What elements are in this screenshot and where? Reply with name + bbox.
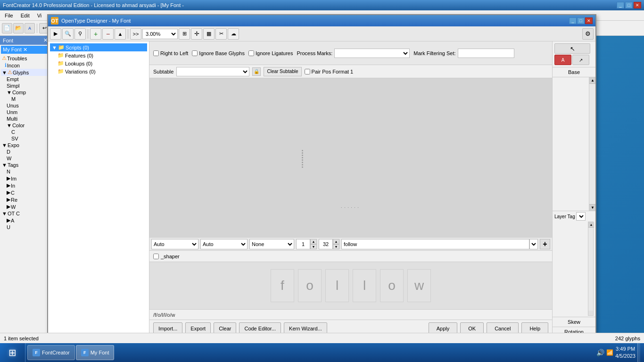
show-desktop-button[interactable] — [637, 343, 640, 362]
follow-dropdown[interactable] — [529, 239, 538, 249]
ot-add-button[interactable]: + — [90, 28, 101, 40]
right-to-left-checkbox-label[interactable]: Right to Left — [153, 50, 188, 56]
drag-handle[interactable] — [302, 150, 303, 168]
menu-edit[interactable]: Edit — [17, 12, 33, 19]
ot-search-button[interactable]: 🔍 — [62, 28, 74, 40]
none-select[interactable]: None — [249, 239, 294, 249]
tree-w[interactable]: W — [1, 155, 50, 162]
grid-button[interactable]: ⊞ — [179, 28, 190, 40]
open-button[interactable]: 📂 — [13, 23, 24, 33]
tree-n[interactable]: N — [1, 168, 50, 175]
scroll-up-button[interactable]: ▲ — [589, 77, 595, 84]
shaper-row: _shaper — [149, 251, 552, 262]
tree-c[interactable]: C — [1, 129, 50, 135]
layer-tag-select[interactable] — [576, 212, 586, 221]
tree-multi[interactable]: Multi — [1, 115, 50, 122]
subtable-select[interactable] — [176, 67, 249, 76]
pair-pos-checkbox[interactable] — [305, 69, 310, 74]
tree-re[interactable]: ▶ Re — [1, 196, 50, 203]
ot-up-button[interactable]: ▲ — [115, 28, 126, 40]
right-select-button[interactable]: ↗ — [572, 55, 589, 65]
volume-icon[interactable]: 🔊 — [596, 349, 604, 356]
close-button[interactable]: ✕ — [634, 2, 641, 8]
pair-pos-checkbox-label[interactable]: Pair Pos Format 1 — [305, 69, 354, 74]
tree-otc[interactable]: ▼ OT C — [1, 210, 50, 217]
tree-w2[interactable]: ▶ W — [1, 203, 50, 210]
scroll-down-button[interactable]: ▼ — [589, 204, 595, 211]
auto-select-2[interactable]: Auto — [200, 239, 248, 249]
num2-up-button[interactable]: ▲ — [333, 239, 339, 244]
tree-comp[interactable]: ▼ Comp — [1, 89, 50, 96]
my-font-tab[interactable]: My Font ✕ — [1, 46, 50, 54]
taskbar-item-fontcreator[interactable]: F FontCreator — [27, 345, 75, 360]
tree-m[interactable]: M — [1, 96, 50, 102]
right-red-button[interactable]: A — [554, 55, 571, 65]
add-item-button[interactable]: + — [540, 239, 550, 249]
ot-run-button[interactable]: ▶ — [50, 28, 61, 40]
tree-simpl[interactable]: Simpl — [1, 82, 50, 89]
tree-in[interactable]: ▶ In — [1, 182, 50, 189]
right-to-left-checkbox[interactable] — [153, 50, 159, 56]
tree-im[interactable]: ▶ Im — [1, 175, 50, 182]
tree-color[interactable]: ▼ Color — [1, 122, 50, 129]
auto-select-1[interactable]: Auto — [151, 239, 198, 249]
ot-maximize-button[interactable]: □ — [577, 17, 585, 24]
mark-filtering-input[interactable] — [458, 49, 514, 58]
tree-c2[interactable]: ▶ C — [1, 189, 50, 196]
tree-sv[interactable]: SV — [1, 135, 50, 142]
menu-view[interactable]: Vi — [33, 12, 46, 19]
menu-file[interactable]: File — [1, 12, 17, 19]
clock[interactable]: 3:49 PM 4/5/2023 — [615, 346, 636, 360]
settings-button[interactable]: ⚙ — [582, 28, 594, 40]
layer-scroll-up[interactable]: ▲ — [588, 222, 594, 228]
lock-button[interactable]: 🔒 — [252, 67, 261, 76]
num1-down-button[interactable]: ▼ — [310, 244, 317, 249]
scripts-item[interactable]: ▼ 📁 Scripts (0) — [50, 43, 147, 51]
process-marks-select[interactable] — [334, 49, 410, 58]
ot-remove-button[interactable]: − — [102, 28, 114, 40]
tree-empt[interactable]: Empt — [1, 76, 50, 82]
tree-glyphs[interactable]: ▼ ⚠ Glyphs — [1, 69, 50, 76]
layer-tag-section: Layer Tag ▲ ▼ — [553, 211, 595, 317]
num2-input[interactable] — [319, 239, 333, 249]
maximize-button[interactable]: □ — [625, 2, 633, 8]
taskbar-item-myfont[interactable]: F My Font — [76, 345, 115, 360]
features-item[interactable]: 📁 Features (0) — [50, 51, 147, 59]
table-button[interactable]: ▦ — [203, 28, 215, 40]
tree-unm[interactable]: Unm — [1, 109, 50, 115]
lookups-item[interactable]: 📁 Lookups (0) — [50, 59, 147, 67]
tree-tags[interactable]: ▼ Tags — [1, 162, 50, 168]
shaper-checkbox[interactable] — [153, 254, 159, 259]
tree-d[interactable]: D — [1, 148, 50, 155]
tree-a[interactable]: ▶ A — [1, 217, 50, 224]
crosshair-button[interactable]: ✛ — [191, 28, 202, 40]
ignore-ligatures-checkbox[interactable] — [248, 50, 254, 56]
tree-expo[interactable]: ▼ Expo — [1, 142, 50, 148]
follow-input[interactable] — [341, 239, 529, 249]
minimize-button[interactable]: _ — [617, 2, 624, 8]
right-arrow-button[interactable]: ↖ — [554, 43, 590, 54]
zoom-select[interactable]: 1.00%2.00%3.00%5.00%10.00%25.00%50.00%10… — [142, 29, 178, 39]
clear-subtable-button[interactable]: Clear Subtable — [264, 67, 301, 76]
network-icon[interactable]: 📶 — [606, 349, 613, 356]
ot-close-button[interactable]: ✕ — [585, 17, 593, 24]
font-view-button[interactable]: A — [25, 23, 35, 33]
num2-down-button[interactable]: ▼ — [333, 244, 339, 249]
tree-u[interactable]: U — [1, 224, 50, 230]
variations-item[interactable]: 📁 Variations (0) — [50, 67, 147, 75]
num1-up-button[interactable]: ▲ — [310, 239, 317, 244]
tree-troubles[interactable]: ⚠ Troubles — [1, 55, 50, 62]
ignore-ligatures-checkbox-label[interactable]: Ignore Ligatures — [248, 50, 293, 56]
new-button[interactable]: 📄 — [2, 23, 12, 33]
ignore-base-glyphs-checkbox-label[interactable]: Ignore Base Glyphs — [192, 50, 245, 56]
num1-input[interactable] — [296, 239, 310, 249]
ot-minimize-button[interactable]: _ — [569, 17, 577, 24]
start-button[interactable]: ⊞ — [0, 343, 25, 362]
cut-button[interactable]: ✂ — [215, 28, 227, 40]
ignore-base-glyphs-checkbox[interactable] — [192, 50, 198, 56]
ot-more-button[interactable]: >> — [130, 28, 141, 40]
ot-find-button[interactable]: ⚲ — [74, 28, 86, 40]
tree-incon[interactable]: ℹ Incon — [1, 62, 50, 69]
tree-unus[interactable]: Unus — [1, 102, 50, 109]
cloud-button[interactable]: ☁ — [228, 28, 239, 40]
